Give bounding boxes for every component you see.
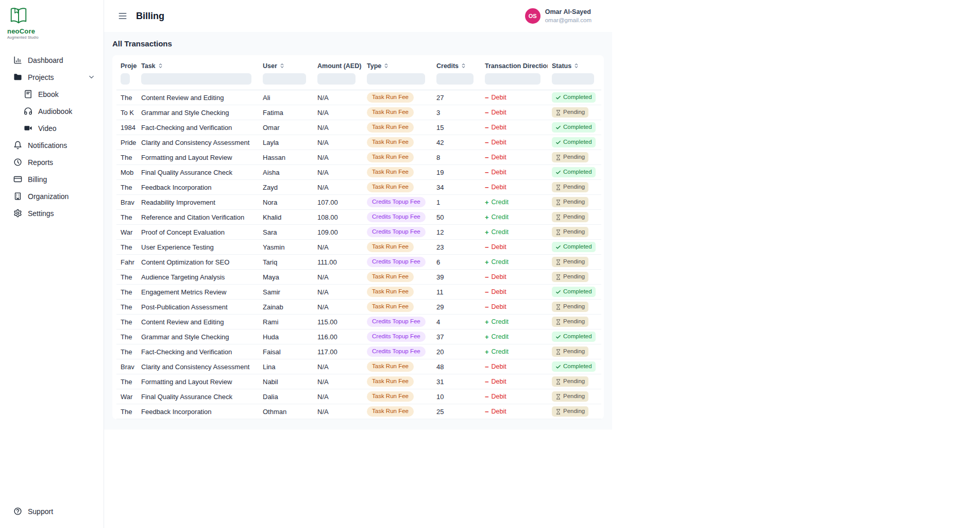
cell-credits: 50 <box>432 210 481 225</box>
cell-task: Grammar and Style Checking <box>137 105 259 120</box>
sidebar-item-label: Notifications <box>28 141 67 150</box>
brand-tagline: Augmented Studio <box>7 36 104 39</box>
cell-project: The <box>116 374 137 389</box>
sidebar-item-dashboard[interactable]: Dashboard <box>0 52 104 69</box>
type-badge: Task Run Fee <box>367 361 414 372</box>
check-icon <box>555 244 561 250</box>
sidebar-item-notifications[interactable]: Notifications <box>0 137 104 154</box>
hourglass-icon <box>555 229 561 235</box>
cell-task: Feedback Incorporation <box>137 180 259 195</box>
direction-indicator: −Debit <box>485 393 506 401</box>
plus-icon: + <box>485 348 489 356</box>
direction-indicator: −Debit <box>485 139 506 146</box>
transaction-row: TheReference and Citation VerificationKh… <box>116 210 601 225</box>
cell-amount: N/A <box>313 404 363 419</box>
sidebar-item-billing[interactable]: Billing <box>0 171 104 188</box>
cell-type: Task Run Fee <box>363 105 432 120</box>
sidebar-item-video[interactable]: Video <box>0 120 104 137</box>
column-header-user[interactable]: User <box>259 57 313 72</box>
status-badge: Pending <box>552 302 588 312</box>
cell-direction: +Credit <box>481 210 548 225</box>
filter-input-type[interactable] <box>367 73 425 85</box>
column-header-project[interactable]: Project <box>116 57 137 72</box>
minus-icon: − <box>485 288 489 296</box>
column-label: Project <box>121 62 137 70</box>
user-menu[interactable]: OS Omar Al-Sayed omar@gmail.com <box>525 8 592 24</box>
filter-cell-project <box>116 72 137 90</box>
column-header-credits[interactable]: Credits <box>432 57 481 72</box>
cell-status: Pending <box>548 255 601 270</box>
cell-task: User Experience Testing <box>137 240 259 255</box>
cell-direction: −Debit <box>481 120 548 135</box>
filter-input-amount[interactable] <box>317 73 356 85</box>
cell-user: Hassan <box>259 150 313 165</box>
transaction-row: TheAudience Targeting AnalysisMayaN/ATas… <box>116 270 601 285</box>
check-icon <box>555 334 561 340</box>
cell-amount: 108.00 <box>313 210 363 225</box>
column-header-type[interactable]: Type <box>363 57 432 72</box>
sidebar-item-projects[interactable]: Projects <box>0 69 104 86</box>
minus-icon: − <box>485 408 489 416</box>
plus-icon: + <box>485 213 489 221</box>
column-header-task[interactable]: Task <box>137 57 259 72</box>
cell-amount: N/A <box>313 135 363 150</box>
column-label: User <box>263 62 277 70</box>
type-badge: Credits Topup Fee <box>367 346 426 357</box>
transaction-row: TheContent Review and EditingRami115.00C… <box>116 315 601 329</box>
cell-amount: N/A <box>313 359 363 374</box>
direction-indicator: +Credit <box>485 228 509 236</box>
cell-task: Grammar and Style Checking <box>137 329 259 344</box>
transaction-row: WarProof of Concept EvaluationSara109.00… <box>116 225 601 240</box>
sidebar-item-label: Dashboard <box>28 56 63 64</box>
column-header-status[interactable]: Status <box>548 57 601 72</box>
table-body: TheContent Review and EditingAliN/ATask … <box>116 90 601 419</box>
filter-input-transaction_direction[interactable] <box>485 73 540 85</box>
cell-project: War <box>116 225 137 240</box>
sidebar-nav: Dashboard Projects Ebook Audiobook Video <box>0 52 104 222</box>
cell-amount: 115.00 <box>313 315 363 329</box>
sidebar-item-support[interactable]: Support <box>0 503 104 520</box>
transactions-panel: All Transactions ProjectTaskUserAmount (… <box>104 32 612 430</box>
direction-indicator: −Debit <box>485 243 506 251</box>
cell-project: The <box>116 270 137 285</box>
avatar: OS <box>525 8 540 24</box>
type-badge: Task Run Fee <box>367 167 414 177</box>
brand-logo[interactable]: neoCore Augmented Studio <box>0 0 104 39</box>
direction-indicator: +Credit <box>485 258 509 266</box>
cell-credits: 42 <box>432 135 481 150</box>
cell-user: Yasmin <box>259 240 313 255</box>
sidebar-item-ebook[interactable]: Ebook <box>0 86 104 103</box>
cell-user: Fatima <box>259 105 313 120</box>
status-badge: Pending <box>552 197 588 207</box>
cell-project: The <box>116 285 137 300</box>
cell-task: Reference and Citation Verification <box>137 210 259 225</box>
sidebar-item-audiobook[interactable]: Audiobook <box>0 103 104 120</box>
cell-credits: 29 <box>432 300 481 315</box>
filter-input-credits[interactable] <box>436 73 474 85</box>
minus-icon: − <box>485 378 489 386</box>
filter-input-user[interactable] <box>263 73 306 85</box>
hourglass-icon <box>555 259 561 265</box>
cell-direction: +Credit <box>481 225 548 240</box>
cell-amount: 109.00 <box>313 225 363 240</box>
sidebar-item-settings[interactable]: Settings <box>0 205 104 222</box>
type-badge: Credits Topup Fee <box>367 257 426 267</box>
sidebar-item-organization[interactable]: Organization <box>0 188 104 205</box>
menu-toggle-button[interactable] <box>116 10 129 22</box>
cell-user: Zainab <box>259 300 313 315</box>
cell-type: Task Run Fee <box>363 270 432 285</box>
status-badge: Pending <box>552 272 588 282</box>
cell-direction: −Debit <box>481 105 548 120</box>
filter-input-project[interactable] <box>121 73 130 85</box>
cell-amount: N/A <box>313 120 363 135</box>
column-header-amount[interactable]: Amount (AED) <box>313 57 363 72</box>
filter-input-status[interactable] <box>552 73 594 85</box>
cell-user: Huda <box>259 329 313 344</box>
sort-icon <box>279 63 285 69</box>
filter-input-task[interactable] <box>141 73 251 85</box>
column-header-transaction_direction[interactable]: Transaction Direction <box>481 57 548 72</box>
sidebar-item-reports[interactable]: Reports <box>0 154 104 171</box>
hourglass-icon <box>555 185 561 190</box>
cell-direction: −Debit <box>481 404 548 419</box>
cell-direction: −Debit <box>481 300 548 315</box>
